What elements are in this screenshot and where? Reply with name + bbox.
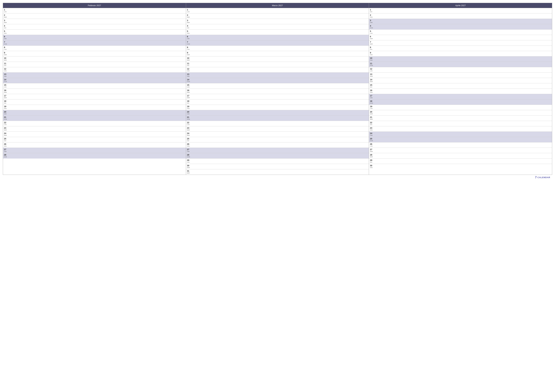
day-number: 27: [187, 148, 190, 151]
day-number: 22: [370, 121, 373, 124]
day-row: 13SAB: [186, 72, 369, 78]
day-row: 22GIO: [369, 121, 552, 126]
day-name: MAR: [187, 92, 190, 93]
day-name: DOM: [187, 156, 190, 157]
day-row: 21MER: [369, 115, 552, 121]
day-info: 27MAR: [370, 148, 373, 152]
day-name: LUN: [4, 124, 7, 125]
day-number: 8: [4, 46, 7, 49]
day-name: VEN: [187, 70, 190, 71]
day-name: VEN: [370, 167, 373, 168]
day-name: GIO: [370, 86, 373, 88]
day-info: 25GIO: [187, 137, 190, 142]
day-number: 28: [187, 154, 190, 156]
day-row: 18GIO: [186, 100, 369, 105]
day-info: 22LUN: [187, 121, 190, 125]
day-number: 1: [187, 8, 190, 11]
day-number: 29: [187, 159, 190, 162]
day-number: 28: [4, 154, 7, 156]
day-info: 28DOM: [4, 154, 7, 157]
day-number: 5: [370, 30, 373, 33]
day-name: LUN: [187, 124, 190, 125]
day-row: 7DOM: [186, 40, 369, 46]
day-name: LUN: [4, 86, 7, 88]
day-number: 19: [4, 105, 7, 108]
day-row: 30MAR: [186, 164, 369, 169]
day-row: 17MER: [3, 94, 186, 100]
day-row: 14MER: [369, 78, 552, 83]
day-info: 26VEN: [187, 143, 190, 147]
calendar-container: Febbraio 20271LUN2MAR3MER4GIO5VEN6SAB7DO…: [0, 0, 555, 184]
day-name: SAB: [187, 113, 190, 114]
day-info: 27SAB: [187, 148, 190, 152]
day-row: 24MER: [3, 132, 186, 137]
day-name: MER: [4, 60, 7, 61]
day-row: 14DOM: [3, 78, 186, 83]
month-header-2: Aprile 2027: [369, 3, 552, 8]
day-number: 24: [187, 132, 190, 135]
day-name: MAR: [187, 17, 190, 18]
day-info: 18DOM: [370, 100, 373, 104]
day-row: 22LUN: [186, 121, 369, 126]
day-name: LUN: [4, 11, 7, 13]
day-number: 20: [370, 111, 373, 113]
day-name: GIO: [370, 162, 373, 163]
day-name: GIO: [187, 27, 190, 29]
day-name: VEN: [187, 146, 190, 147]
day-row: 21DOM: [186, 115, 369, 121]
day-info: 26LUN: [370, 143, 373, 147]
day-info: 20MAR: [370, 111, 373, 114]
day-row: 19VEN: [186, 105, 369, 110]
day-info: 2MAR: [187, 14, 190, 18]
day-info: 10SAB: [370, 57, 373, 61]
day-row: 24SAB: [369, 132, 552, 137]
day-name: VEN: [370, 129, 373, 131]
day-name: MER: [370, 156, 373, 157]
day-row: 15LUN: [3, 83, 186, 89]
day-row: 8LUN: [3, 46, 186, 51]
day-info: 31MER: [187, 170, 190, 174]
day-info: 19VEN: [4, 105, 7, 109]
day-row: 12LUN: [369, 67, 552, 72]
day-row: 9MAR: [3, 51, 186, 57]
day-name: MER: [187, 22, 190, 23]
day-name: SAB: [370, 22, 373, 23]
day-name: SAB: [4, 76, 7, 77]
day-row: 22LUN: [3, 121, 186, 126]
day-info: 14MER: [370, 78, 373, 82]
day-row: 5VEN: [3, 29, 186, 35]
month-header-1: Marzo 2027: [186, 3, 369, 8]
day-row: 27SAB: [3, 148, 186, 153]
watermark-icon: 7: [535, 176, 537, 179]
day-name: LUN: [187, 11, 190, 13]
watermark: 7 CALENDAR: [3, 175, 552, 179]
day-row: 20SAB: [3, 110, 186, 115]
day-info: 15GIO: [370, 84, 373, 88]
day-info: 20SAB: [187, 111, 190, 114]
day-name: GIO: [370, 49, 373, 50]
day-info: 17MER: [4, 94, 7, 99]
day-name: GIO: [370, 11, 373, 13]
day-row: 29LUN: [186, 158, 369, 164]
day-name: MER: [4, 22, 7, 23]
day-number: 13: [187, 73, 190, 76]
day-info: 30MAR: [187, 164, 190, 168]
day-number: 11: [187, 62, 190, 65]
day-row: 15LUN: [186, 83, 369, 89]
day-row: 16VEN: [369, 89, 552, 94]
day-row: 20MAR: [369, 110, 552, 115]
day-number: 31: [187, 170, 190, 172]
day-row: 12VEN: [3, 67, 186, 72]
day-number: 28: [370, 154, 373, 156]
day-row: 16MAR: [3, 89, 186, 94]
day-info: 5VEN: [187, 30, 190, 34]
month-col-2: Aprile 20271GIO2VEN3SAB4DOM5LUN6MAR7MER8…: [369, 3, 552, 175]
day-number: 3: [187, 19, 190, 22]
day-number: 8: [187, 46, 190, 49]
day-info: 12LUN: [370, 68, 373, 71]
day-number: 5: [4, 30, 7, 33]
day-number: 27: [370, 148, 373, 151]
day-info: 3MER: [4, 19, 7, 23]
day-row: 2VEN: [369, 14, 552, 19]
day-info: 18GIO: [4, 100, 7, 104]
